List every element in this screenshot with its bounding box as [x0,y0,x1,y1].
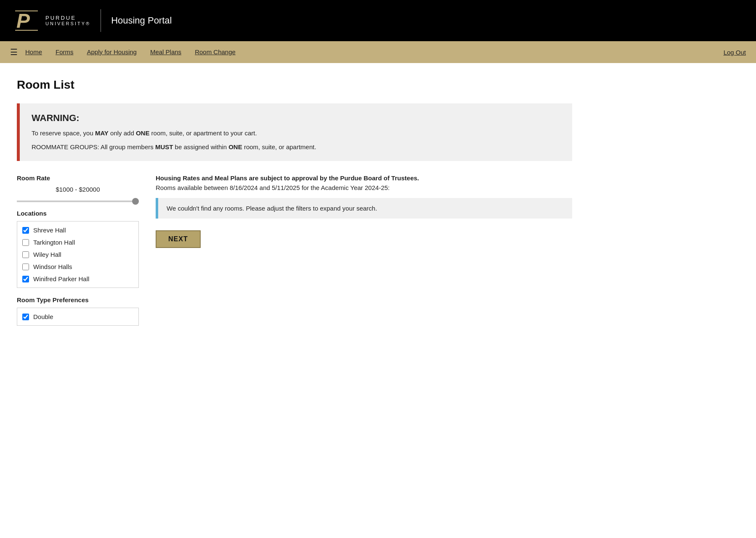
logo-area: P PURDUE UNIVERSITY® Housing Portal [13,8,172,34]
svg-text:P: P [16,10,30,32]
room-type-section: Room Type Preferences Double [17,296,139,326]
nav-links-container: Home Forms Apply for Housing Meal Plans … [25,41,724,63]
room-rate-label: Room Rate [17,174,139,182]
location-wiley-checkbox[interactable] [22,251,29,258]
navigation-bar: ☰ Home Forms Apply for Housing Meal Plan… [0,41,756,63]
location-shreve-label: Shreve Hall [33,227,66,234]
logout-link[interactable]: Log Out [724,49,746,56]
locations-label: Locations [17,210,139,217]
hamburger-menu-icon[interactable]: ☰ [10,47,18,57]
room-type-double-checkbox[interactable] [22,314,29,320]
room-rate-slider[interactable] [17,200,139,202]
room-type-label: Room Type Preferences [17,296,139,303]
housing-rates-sub: Rooms available between 8/16/2024 and 5/… [156,184,572,191]
nav-apply-housing[interactable]: Apply for Housing [80,41,143,63]
location-winifred-label: Winifred Parker Hall [33,275,89,282]
location-shreve-checkbox[interactable] [22,227,29,234]
location-windsor-label: Windsor Halls [33,263,72,270]
filters-sidebar: Room Rate $1000 - $20000 Locations Shrev… [17,174,139,326]
room-type-double-label: Double [33,313,53,320]
location-wiley[interactable]: Wiley Hall [17,248,138,261]
no-rooms-message: We couldn't find any rooms. Please adjus… [167,205,377,212]
housing-rates-title: Housing Rates and Meal Plans are subject… [156,174,572,182]
room-type-double[interactable]: Double [17,311,138,323]
nav-meal-plans[interactable]: Meal Plans [143,41,188,63]
rate-range-display: $1000 - $20000 [17,186,139,193]
location-tarkington-label: Tarkington Hall [33,239,75,246]
location-windsor[interactable]: Windsor Halls [17,261,138,273]
page-title: Room List [17,78,572,92]
locations-list: Shreve Hall Tarkington Hall Wiley Hall W… [17,221,139,288]
university-name: PURDUE UNIVERSITY® [45,15,90,27]
no-rooms-info-box: We couldn't find any rooms. Please adjus… [156,198,572,219]
results-panel: Housing Rates and Meal Plans are subject… [156,174,572,248]
content-area: Room Rate $1000 - $20000 Locations Shrev… [17,174,572,326]
room-type-list: Double [17,308,139,326]
nav-home[interactable]: Home [25,41,49,63]
warning-title: WARNING: [32,113,560,124]
location-shreve[interactable]: Shreve Hall [17,224,138,236]
location-winifred-checkbox[interactable] [22,276,29,282]
warning-line2: ROOMMATE GROUPS: All group members MUST … [32,142,560,152]
header-divider [101,9,101,32]
location-windsor-checkbox[interactable] [22,264,29,270]
site-header: P PURDUE UNIVERSITY® Housing Portal [0,0,756,41]
location-wiley-label: Wiley Hall [33,251,61,258]
portal-title: Housing Portal [111,15,172,26]
warning-box: WARNING: To reserve space, you MAY only … [17,103,572,161]
nav-room-change[interactable]: Room Change [188,41,242,63]
location-tarkington[interactable]: Tarkington Hall [17,236,138,248]
purdue-logo-icon: P [13,8,40,34]
location-tarkington-checkbox[interactable] [22,239,29,246]
location-winifred[interactable]: Winifred Parker Hall [17,273,138,285]
warning-line1: To reserve space, you MAY only add ONE r… [32,129,560,138]
main-content: Room List WARNING: To reserve space, you… [0,63,589,341]
next-button[interactable]: NEXT [156,230,201,248]
nav-forms[interactable]: Forms [49,41,80,63]
